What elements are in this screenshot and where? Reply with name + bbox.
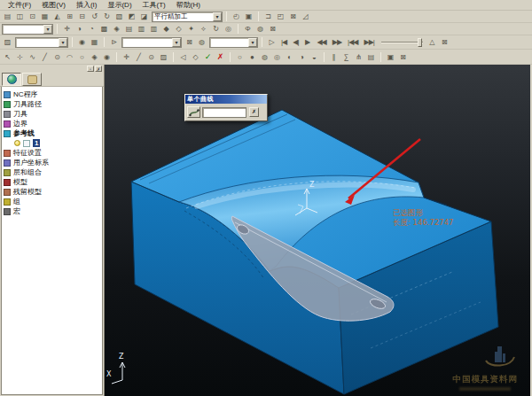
chevron-down-icon[interactable]: ▾ (59, 38, 67, 47)
back-icon[interactable]: ◁ (177, 51, 189, 62)
menu-2[interactable]: 视图(V) (37, 0, 70, 11)
tree-item-levels[interactable]: 层和组合 (4, 167, 102, 177)
run-icon[interactable]: ⊳ (108, 37, 120, 48)
go-start-icon[interactable]: |◀ (278, 37, 289, 48)
grid-icon[interactable]: ▦ (89, 37, 100, 48)
tree-item-stock-models[interactable]: 残留模型 (4, 187, 102, 197)
curve-icon[interactable]: ∿ (27, 51, 38, 62)
lasso-icon[interactable]: ⊹ (14, 51, 26, 62)
speed-combo[interactable]: ▾ (209, 37, 258, 48)
strategy-combo[interactable]: 平行精加工▾ (152, 12, 223, 22)
parallel-icon[interactable]: ∥ (328, 51, 340, 62)
lightbulb-icon[interactable] (14, 140, 20, 146)
chevron-down-icon[interactable]: ▾ (213, 12, 222, 21)
chevron-down-icon[interactable]: ▾ (43, 25, 52, 34)
gear-icon[interactable]: ◍ (196, 37, 207, 48)
circle-icon[interactable]: ○ (76, 51, 88, 62)
eject-icon[interactable]: △ (426, 37, 438, 48)
phi-icon[interactable]: Φ (242, 24, 254, 35)
arc-icon[interactable]: ◠ (64, 51, 75, 62)
blank-icon[interactable]: ⟡ (198, 24, 209, 35)
shade-icon[interactable]: ◩ (126, 12, 137, 22)
multicolour-icon[interactable]: ✦ (185, 24, 197, 35)
top-view-icon[interactable]: ▤ (123, 24, 135, 35)
shaded-view-icon[interactable]: ◆ (160, 24, 172, 35)
refresh-icon[interactable]: ↻ (210, 24, 222, 35)
box-icon[interactable]: ▣ (385, 51, 396, 62)
circle-full-icon[interactable]: ● (246, 51, 258, 62)
half-right-icon[interactable]: ◑ (296, 51, 308, 62)
folder-icon[interactable]: ▨ (2, 37, 13, 48)
tree-item-nc-programs[interactable]: NC程序 (4, 89, 102, 99)
cut-icon[interactable]: ◭ (51, 12, 63, 22)
pan-icon[interactable]: ✛ (61, 24, 73, 35)
ncprog-icon[interactable]: ▣ (243, 12, 254, 22)
rewind-icon[interactable]: ◀◀ (314, 37, 328, 48)
tree-item-patterns[interactable]: 参考线 (4, 128, 102, 138)
target-icon[interactable]: ◉ (76, 37, 88, 48)
calculator-icon[interactable]: ▧ (113, 12, 125, 22)
menu-6[interactable]: 帮助(H) (172, 0, 205, 11)
wire-view-icon[interactable]: ◇ (173, 24, 184, 35)
menu-1[interactable]: 文件(F) (4, 0, 35, 11)
dialog-close-button[interactable]: ✗ (249, 107, 259, 117)
ffwd-icon[interactable]: ▶▶ (330, 37, 344, 48)
print-icon[interactable]: ▦ (39, 12, 51, 22)
undo-icon[interactable]: ↺ (89, 12, 100, 22)
cascade-icon[interactable]: ◰ (275, 12, 286, 22)
chevron-down-icon[interactable]: ▾ (248, 38, 257, 47)
circle-empty-icon[interactable]: ○ (234, 51, 246, 62)
play-fwd-icon[interactable]: ▶ (301, 37, 313, 48)
rotate-icon[interactable]: ◑ (74, 24, 85, 35)
copy-icon[interactable]: ⊞ (64, 12, 75, 22)
go-first-icon[interactable]: |◀◀ (345, 37, 360, 48)
close-toolbar-icon[interactable]: ⊠ (267, 24, 278, 35)
tree-item-workplanes[interactable]: 用户坐标系 (4, 158, 102, 167)
front-view-icon[interactable]: ▥ (136, 24, 147, 35)
merge-icon[interactable]: ⊙ (145, 51, 157, 62)
close-window-icon[interactable]: ⊠ (287, 12, 299, 22)
panel-close-button[interactable]: ✗ (95, 66, 102, 72)
cursor-icon[interactable]: ↖ (2, 51, 13, 62)
save-file-icon[interactable]: ⊡ (27, 12, 38, 22)
point-icon[interactable]: ⊙ (51, 51, 63, 62)
tree-item-feature-sets[interactable]: 特征设置 (4, 148, 102, 158)
new-file-icon[interactable]: ▤ (2, 12, 13, 22)
open-file-icon[interactable]: ◫ (14, 12, 26, 22)
play-icon[interactable]: ▷ (266, 37, 278, 48)
paste-icon[interactable]: ⊟ (76, 12, 88, 22)
half-left-icon[interactable]: ◐ (284, 51, 295, 62)
panel-restore-button[interactable]: ▫ (87, 66, 94, 72)
close-sim-icon[interactable]: ⊠ (439, 37, 450, 48)
cancel-icon[interactable]: ✗ (215, 51, 226, 62)
half-bottom-icon[interactable]: ◒ (309, 51, 320, 62)
side-view-icon[interactable]: ▥ (148, 24, 160, 35)
close-bar-icon[interactable]: ⊠ (397, 51, 409, 62)
resize-icon[interactable]: ◿ (300, 12, 311, 22)
tree-item-toolpaths[interactable]: 刀具路径 (4, 99, 102, 109)
chevron-down-icon[interactable]: ▾ (172, 38, 181, 47)
line-icon[interactable]: ╱ (39, 51, 51, 62)
circle-ring-icon[interactable]: ◎ (271, 51, 283, 62)
go-last-icon[interactable]: ▶▶| (361, 37, 376, 48)
offset-icon[interactable]: ◉ (101, 51, 113, 62)
toolpath-icon[interactable]: ◴ (231, 12, 242, 22)
tool-select-combo[interactable]: ▾ (121, 37, 182, 48)
preview-icon[interactable]: ◇ (190, 51, 201, 62)
accept-icon[interactable]: ✓ (202, 51, 214, 62)
globe-view-icon[interactable]: ◍ (254, 24, 266, 35)
snapshot-icon[interactable]: ◎ (223, 24, 234, 35)
explorer-tab-machining[interactable] (2, 73, 21, 86)
tree-item-macros[interactable]: 宏 (4, 206, 102, 216)
sim-speed-slider-thumb[interactable] (418, 38, 422, 47)
menu-4[interactable]: 显示(D) (103, 0, 136, 11)
viewport-3d[interactable]: Z 已选图形 长度: 146.72747 Z X (105, 65, 530, 396)
fork-icon[interactable]: ⋔ (353, 51, 364, 62)
redo-icon[interactable]: ↻ (101, 12, 113, 22)
tree-item-groups[interactable]: 组 (4, 197, 102, 206)
tree-item-pattern-1[interactable]: 1 (4, 138, 102, 148)
explorer-tab-model[interactable] (22, 73, 42, 86)
menu-3[interactable]: 插入(I) (72, 0, 102, 11)
tree-item-boundaries[interactable]: 边界 (4, 119, 102, 128)
step-back-icon[interactable]: ◀| (290, 37, 301, 48)
